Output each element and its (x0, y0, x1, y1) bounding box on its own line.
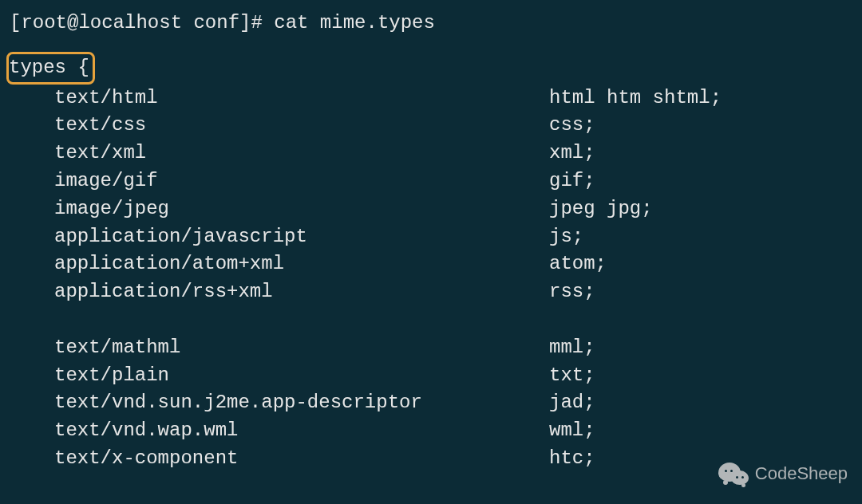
mime-extensions: jpeg jpg; (549, 195, 653, 223)
mime-type: application/javascript (10, 223, 549, 251)
mime-type: text/css (10, 112, 549, 140)
mime-row: text/htmlhtml htm shtml; (10, 85, 852, 112)
mime-row: text/csscss; (10, 112, 852, 140)
mime-type: text/vnd.wap.wml (10, 417, 549, 445)
mime-row: text/xmlxml; (10, 140, 852, 167)
mime-group-2: text/mathmlmml;text/plaintxt;text/vnd.su… (10, 334, 852, 473)
mime-type: application/atom+xml (10, 250, 549, 278)
mime-row: text/plaintxt; (10, 362, 852, 390)
mime-type: text/mathml (10, 334, 549, 362)
mime-row: image/gifgif; (10, 167, 852, 195)
mime-extensions: css; (549, 112, 595, 140)
mime-extensions: html htm shtml; (549, 85, 722, 112)
mime-extensions: atom; (549, 250, 607, 278)
mime-type: text/vnd.sun.j2me.app-descriptor (10, 389, 549, 417)
types-open-brace: types { (9, 57, 89, 78)
mime-row: application/atom+xmlatom; (10, 250, 852, 278)
mime-extensions: htc; (549, 445, 595, 473)
mime-type: text/html (10, 85, 549, 112)
watermark-text: CodeSheep (755, 461, 848, 486)
mime-row: image/jpegjpeg jpg; (10, 195, 852, 223)
mime-row: application/javascriptjs; (10, 223, 852, 251)
mime-extensions: wml; (549, 417, 595, 445)
mime-extensions: js; (549, 223, 583, 251)
shell-prompt-line: [root@localhost conf]# cat mime.types (10, 10, 852, 37)
mime-type: text/xml (10, 140, 549, 167)
watermark: CodeSheep (718, 461, 848, 486)
mime-type: image/gif (10, 167, 549, 195)
mime-extensions: rss; (549, 278, 595, 306)
mime-extensions: gif; (549, 167, 595, 195)
mime-extensions: txt; (549, 362, 595, 390)
types-block-open-wrapper: types { (10, 37, 852, 85)
mime-extensions: mml; (549, 334, 595, 362)
mime-type: text/plain (10, 362, 549, 390)
mime-type: image/jpeg (10, 195, 549, 223)
mime-row: text/vnd.wap.wmlwml; (10, 417, 852, 445)
mime-type: application/rss+xml (10, 278, 549, 306)
terminal-output: [root@localhost conf]# cat mime.types ty… (0, 0, 862, 473)
mime-extensions: xml; (549, 140, 595, 167)
mime-row: application/rss+xmlrss; (10, 278, 852, 306)
mime-row: text/vnd.sun.j2me.app-descriptorjad; (10, 389, 852, 417)
mime-group-1: text/htmlhtml htm shtml;text/csscss;text… (10, 85, 852, 306)
blank-line (10, 306, 852, 334)
mime-type: text/x-component (10, 445, 549, 473)
highlight-box: types { (6, 52, 95, 85)
wechat-icon (718, 461, 749, 486)
mime-row: text/mathmlmml; (10, 334, 852, 362)
mime-extensions: jad; (549, 389, 595, 417)
